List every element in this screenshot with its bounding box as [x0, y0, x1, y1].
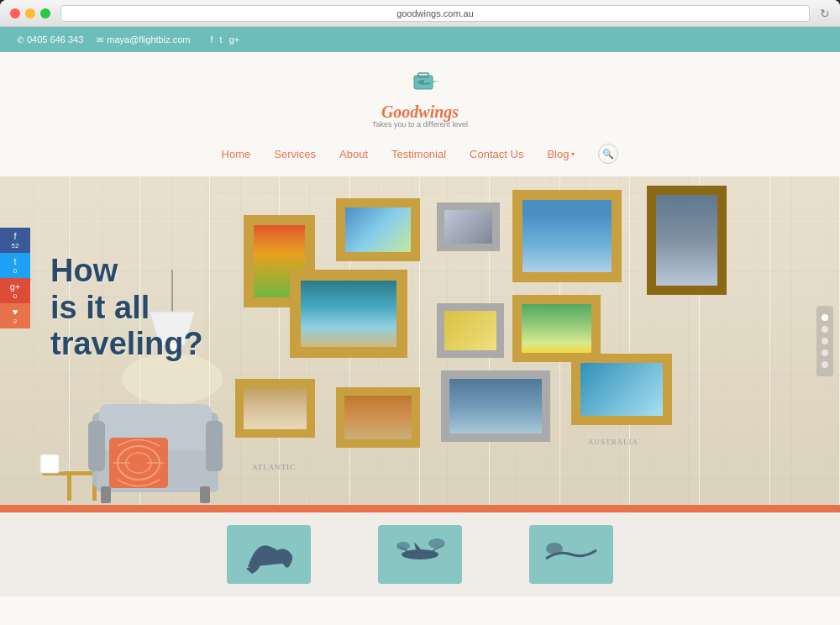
frame-inner-6 [656, 195, 717, 286]
photo-frame-4 [437, 202, 500, 251]
maximize-button[interactable] [40, 8, 50, 18]
stamp-item-1 [227, 525, 311, 584]
logo-area: Goodwings Takes you to a different level [372, 65, 468, 129]
stamp-svg-2 [391, 533, 449, 575]
frame-inner-1 [345, 207, 411, 252]
close-button[interactable] [10, 8, 20, 18]
browser-window: goodwings.com.au ↻ ✆ 0405 646 343 ✉ maya… [0, 0, 840, 625]
email-info: ✉ maya@flightbiz.com [97, 34, 190, 45]
nav-testimonial[interactable]: Testimonial [391, 148, 446, 160]
page-dot-2[interactable] [822, 326, 828, 333]
frame-inner-9 [244, 387, 307, 429]
twitter-sidebar-btn[interactable]: t 0 [0, 253, 30, 278]
google-sidebar-icon: g+ [10, 281, 21, 291]
refresh-button[interactable]: ↻ [820, 7, 830, 20]
photo-frame-3 [290, 270, 407, 358]
frame-inner-8 [444, 311, 496, 350]
social-sidebar: f 52 t 0 g+ 0 ♥ 2 [0, 228, 30, 328]
facebook-topbar-link[interactable]: f [211, 34, 213, 45]
minimize-button[interactable] [25, 8, 35, 18]
search-icon: 🔍 [602, 149, 614, 160]
photo-frame-6 [647, 186, 727, 295]
nav-about[interactable]: About [339, 148, 368, 160]
page-dot-3[interactable] [822, 338, 828, 344]
svg-rect-19 [200, 486, 210, 503]
hero-section: SOUTH AMERICA ATLANTIC AUSTRALIA f 52 t … [0, 177, 840, 505]
photo-frame-8 [437, 303, 504, 358]
hero-heading: How is it all traveling? [50, 253, 203, 363]
google-count: 0 [13, 292, 17, 300]
site-header: Goodwings Takes you to a different level… [0, 52, 840, 177]
heart-sidebar-btn[interactable]: ♥ 2 [0, 303, 30, 328]
page-dot-5[interactable] [822, 361, 828, 368]
below-hero [0, 509, 840, 568]
stamp-item-2 [378, 525, 462, 584]
svg-point-24 [396, 542, 410, 550]
logo-name: Goodwings [381, 102, 459, 122]
facebook-sidebar-btn[interactable]: f 52 [0, 228, 30, 253]
stamp-item-3 [529, 525, 613, 584]
stamp-icon-2 [378, 525, 462, 584]
stamp-svg-3 [542, 533, 601, 575]
logo-tagline: Takes you to a different level [372, 120, 468, 129]
svg-rect-18 [101, 486, 111, 503]
twitter-topbar-link[interactable]: t [220, 34, 223, 45]
main-nav: Home Services About Testimonial Contact … [222, 137, 619, 168]
nav-services[interactable]: Services [274, 148, 316, 160]
heart-count: 2 [13, 318, 17, 325]
url-text: goodwings.com.au [396, 8, 474, 18]
frame-inner-11 [449, 379, 542, 433]
googleplus-topbar-link[interactable]: g+ [229, 34, 240, 45]
hero-line2: is it all [50, 290, 150, 325]
stamp-icon-1 [227, 525, 311, 584]
stamp-icon-3 [529, 525, 613, 584]
email-address: maya@flightbiz.com [107, 34, 190, 45]
hero-text-block: How is it all traveling? [50, 253, 203, 363]
browser-controls [10, 8, 50, 18]
page-dot-4[interactable] [822, 349, 828, 356]
nav-contact[interactable]: Contact Us [470, 148, 523, 160]
svg-rect-17 [206, 421, 223, 471]
email-icon: ✉ [97, 35, 103, 45]
google-sidebar-btn[interactable]: g+ 0 [0, 278, 30, 303]
photo-frame-1 [336, 198, 420, 261]
search-button[interactable]: 🔍 [598, 144, 618, 164]
frame-inner-7 [522, 304, 591, 353]
nav-home[interactable]: Home [222, 148, 251, 160]
hero-line1: How [50, 253, 118, 288]
svg-rect-10 [67, 475, 71, 501]
phone-icon: ✆ [17, 35, 24, 45]
browser-titlebar: goodwings.com.au ↻ [0, 0, 840, 27]
heart-sidebar-icon: ♥ [13, 307, 18, 317]
frames-area [235, 186, 815, 471]
blog-dropdown-arrow: ▾ [571, 150, 575, 158]
hero-line3: traveling? [50, 326, 203, 361]
twitter-count: 0 [13, 267, 17, 275]
frame-inner-10 [344, 396, 412, 439]
phone-info: ✆ 0405 646 343 [17, 34, 83, 45]
frame-inner-12 [580, 363, 663, 416]
frame-inner-4 [444, 210, 492, 244]
photo-frame-11 [441, 370, 550, 442]
svg-rect-12 [40, 454, 59, 473]
svg-point-27 [546, 543, 563, 554]
social-links: f t g+ [211, 34, 240, 45]
photo-frame-12 [571, 354, 672, 425]
address-bar[interactable]: goodwings.com.au [60, 5, 810, 22]
topbar: ✆ 0405 646 343 ✉ maya@flightbiz.com f t … [0, 27, 840, 52]
photo-frame-7 [512, 295, 601, 362]
page-dots [816, 306, 833, 376]
svg-rect-16 [88, 421, 105, 471]
frame-inner-3 [301, 281, 396, 347]
stamp-svg-1 [239, 533, 298, 575]
svg-point-25 [428, 538, 445, 549]
photo-frame-10 [336, 387, 420, 448]
photo-frame-5 [512, 190, 622, 282]
website-content: ✆ 0405 646 343 ✉ maya@flightbiz.com f t … [0, 27, 840, 625]
bottom-icons-row [0, 512, 840, 596]
nav-blog-dropdown[interactable]: Blog ▾ [547, 148, 575, 160]
nav-blog[interactable]: Blog [547, 148, 569, 160]
page-dot-1[interactable] [822, 314, 828, 321]
logo-icon [393, 65, 448, 102]
phone-number: 0405 646 343 [27, 34, 83, 45]
